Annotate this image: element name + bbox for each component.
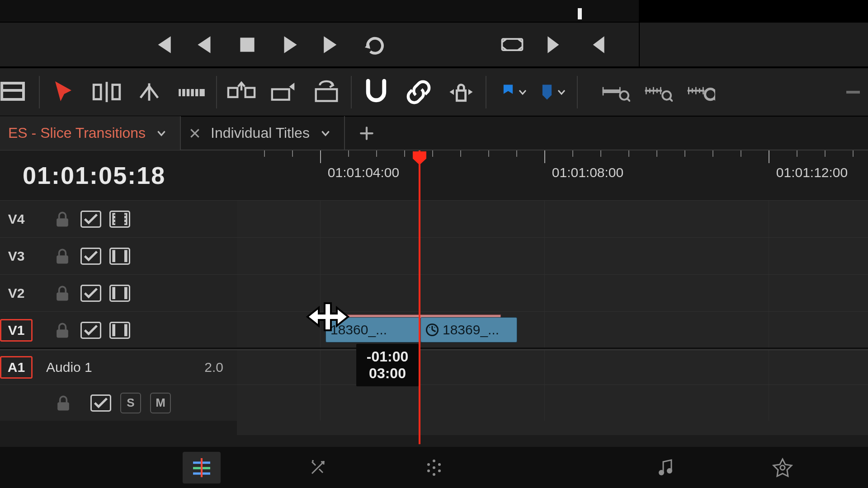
- lane-a1-sub[interactable]: [237, 385, 868, 421]
- prev-marker-button[interactable]: [586, 33, 609, 56]
- marker-icon: [540, 84, 554, 101]
- dynamic-trim-tool-icon[interactable]: [135, 78, 164, 107]
- track-visible-icon[interactable]: [109, 322, 130, 339]
- position-lock-icon[interactable]: [447, 78, 476, 107]
- lane-v4[interactable]: [237, 200, 868, 237]
- next-marker-button[interactable]: [543, 33, 566, 56]
- stop-button[interactable]: [236, 33, 259, 56]
- timecode-display[interactable]: 01:01:05:18: [0, 150, 237, 200]
- timeline-view-options-icon[interactable]: [0, 78, 29, 107]
- play-button[interactable]: [278, 33, 301, 56]
- mini-scroll-handle[interactable]: [578, 8, 582, 19]
- replace-clip-icon[interactable]: [312, 78, 341, 107]
- timeline-ruler[interactable]: 01:01:04:00 01:01:08:00 01:01:12:00: [237, 150, 868, 200]
- track-header-a1[interactable]: A1 Audio 1 2.0: [0, 348, 237, 385]
- svg-point-77: [780, 465, 785, 470]
- auto-select-icon[interactable]: [80, 285, 101, 302]
- track-header-v1[interactable]: V1: [0, 311, 237, 348]
- blade-tool-icon[interactable]: [177, 78, 206, 107]
- fusion-page-icon[interactable]: [415, 452, 453, 483]
- track-header-v2[interactable]: V2: [0, 274, 237, 311]
- track-id: A1: [0, 356, 33, 379]
- cut-page-icon[interactable]: [183, 452, 221, 483]
- audio-track-controls: S M: [0, 385, 237, 421]
- clip[interactable]: 18369_...: [420, 317, 517, 343]
- svg-line-33: [670, 99, 673, 102]
- chevron-down-icon[interactable]: [320, 127, 331, 139]
- add-timeline-button[interactable]: [353, 120, 380, 147]
- timeline-tab-active[interactable]: ES - Slice Transitions: [0, 116, 181, 150]
- lock-icon[interactable]: [53, 393, 73, 413]
- track-id: V2: [0, 282, 33, 305]
- trim-tool-icon[interactable]: [92, 78, 121, 107]
- svg-point-40: [705, 89, 715, 100]
- svg-rect-58: [112, 324, 115, 336]
- loop-button[interactable]: [363, 33, 388, 56]
- svg-rect-10: [179, 89, 205, 96]
- svg-point-73: [433, 460, 435, 462]
- track-id: V1: [0, 319, 33, 342]
- timeline-tab[interactable]: Individual Titles: [181, 116, 345, 150]
- lock-icon[interactable]: [52, 209, 72, 229]
- svg-point-72: [438, 469, 441, 472]
- track-header-v3[interactable]: V3: [0, 237, 237, 274]
- trim-tooltip: -01:00 03:00: [356, 344, 419, 386]
- custom-zoom-icon[interactable]: [686, 81, 715, 103]
- selection-tool-icon[interactable]: [50, 78, 79, 107]
- match-frame-button[interactable]: [501, 33, 524, 56]
- playhead[interactable]: [419, 150, 420, 444]
- fairlight-page-icon[interactable]: [647, 452, 685, 483]
- svg-point-24: [620, 91, 628, 100]
- linked-selection-icon[interactable]: [404, 78, 433, 107]
- insert-clip-icon[interactable]: [227, 78, 256, 107]
- track-id: V3: [0, 245, 33, 267]
- overwrite-clip-icon[interactable]: [269, 78, 298, 107]
- full-extent-zoom-icon[interactable]: [601, 81, 630, 103]
- viewer-mini-scroll[interactable]: [0, 0, 639, 23]
- tab-label: Individual Titles: [211, 125, 310, 141]
- jump-last-button[interactable]: [321, 33, 344, 56]
- auto-select-icon[interactable]: [80, 248, 101, 265]
- detail-zoom-icon[interactable]: [644, 81, 673, 103]
- deliver-page-icon[interactable]: [764, 452, 802, 483]
- auto-select-icon[interactable]: [90, 394, 111, 412]
- lane-v3[interactable]: [237, 237, 868, 274]
- snapping-icon[interactable]: [362, 78, 391, 107]
- svg-point-45: [114, 215, 115, 216]
- lane-a1[interactable]: [237, 348, 868, 385]
- svg-rect-16: [228, 88, 237, 97]
- lock-icon[interactable]: [52, 320, 72, 340]
- jump-first-button[interactable]: [151, 33, 174, 56]
- play-reverse-button[interactable]: [193, 33, 216, 56]
- svg-point-46: [114, 218, 115, 220]
- solo-button[interactable]: S: [120, 393, 141, 413]
- color-page-icon[interactable]: [531, 452, 569, 483]
- flag-marker-button[interactable]: [501, 84, 528, 101]
- edit-page-icon[interactable]: [299, 452, 337, 483]
- svg-point-74: [433, 473, 435, 476]
- auto-select-icon[interactable]: [80, 322, 101, 339]
- chevron-down-icon[interactable]: [156, 127, 167, 139]
- close-icon[interactable]: [189, 127, 201, 139]
- zoom-out-minus-icon[interactable]: [846, 91, 860, 94]
- auto-select-icon[interactable]: [80, 211, 101, 228]
- media-page-icon[interactable]: [66, 452, 104, 483]
- trim-cursor-icon: [303, 292, 353, 342]
- svg-point-47: [114, 222, 115, 223]
- transport-bar: [0, 23, 868, 67]
- lock-icon[interactable]: [52, 283, 72, 303]
- track-header-v4[interactable]: V4: [0, 200, 237, 237]
- track-visible-icon[interactable]: [109, 248, 130, 265]
- playhead-handle-icon[interactable]: [412, 150, 427, 166]
- clip-marker-button[interactable]: [540, 84, 567, 101]
- svg-point-66: [312, 460, 314, 462]
- mute-button[interactable]: M: [150, 393, 171, 413]
- svg-line-25: [627, 99, 630, 102]
- svg-rect-51: [57, 255, 68, 263]
- lock-icon[interactable]: [52, 246, 72, 266]
- track-visible-icon[interactable]: [109, 285, 130, 302]
- track-visible-icon[interactable]: [109, 211, 130, 228]
- edit-toolbar: [0, 68, 868, 117]
- svg-rect-57: [57, 329, 68, 338]
- svg-point-32: [662, 91, 671, 100]
